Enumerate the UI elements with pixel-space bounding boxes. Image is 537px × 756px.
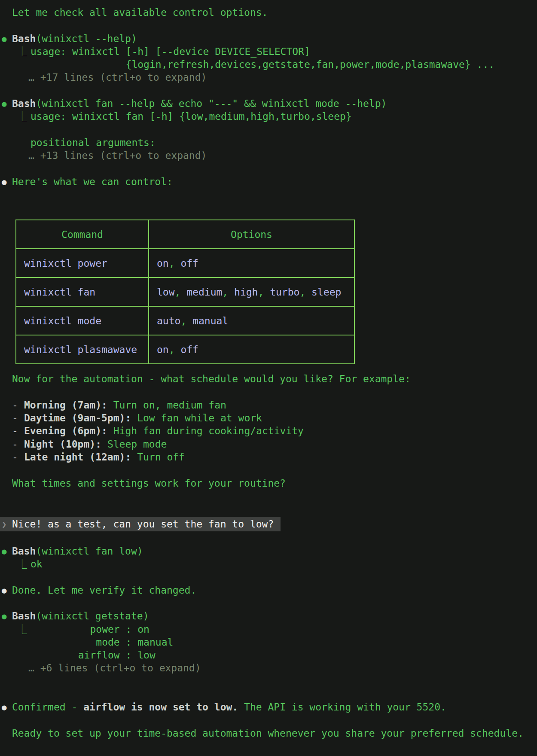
tool-name: Bash	[12, 610, 36, 622]
schedule-label: Late night (12am):	[24, 451, 131, 463]
schedule-item-evening: -Evening (6pm):High fan during cooking/a…	[0, 424, 537, 437]
spacer	[0, 19, 537, 32]
user-message-text: Nice! as a test, can you set the fan to …	[12, 517, 274, 531]
column-header-command: Command	[16, 220, 149, 249]
result-truncation-hint[interactable]: … +17 lines (ctrl+o to expand)	[0, 71, 537, 84]
list-dash: -	[12, 438, 24, 451]
tool-args: (winixctl fan --help && echo "---" && wi…	[36, 98, 387, 109]
tool-result-winixctl-help: ⎿usage: winixctl [-h] [--device DEVICE_S…	[0, 45, 537, 71]
options-cell: auto, manual	[149, 306, 354, 335]
schedule-item-morning: -Morning (7am):Turn on, medium fan	[0, 399, 537, 412]
schedule-desc: Turn on, medium fan	[113, 399, 226, 411]
tool-output: usage: winixctl [-h] [--device DEVICE_SE…	[31, 45, 494, 71]
schedule-item-night: -Night (10pm):Sleep mode	[0, 438, 537, 451]
assistant-bullet-icon: ●	[2, 701, 12, 713]
options-cell: on, off	[149, 249, 354, 277]
spacer	[0, 675, 537, 688]
command-cell: winixctl plasmawave	[16, 335, 149, 364]
options-cell: low, medium, high, turbo, sleep	[149, 277, 354, 306]
tool-output: usage: winixctl fan [-h] {low,medium,hig…	[31, 110, 352, 149]
schedule-desc: Low fan while at work	[137, 412, 262, 424]
assistant-text-done: ●Done. Let me verify it changed.	[0, 584, 537, 597]
tool-result-getstate: ⎿ power : on mode : manual airflow : low	[0, 623, 537, 662]
table-row: winixctl mode auto, manual	[16, 306, 354, 335]
schedule-desc: Turn off	[137, 451, 185, 463]
spacer	[0, 162, 537, 175]
tool-call-fan-low: ●Bash(winixctl fan low)	[0, 545, 537, 558]
assistant-bullet-icon: ●	[2, 584, 12, 597]
heading-text: Here's what we can control:	[12, 176, 173, 187]
schedule-label: Evening (6pm):	[24, 425, 107, 436]
tool-result-fan-mode-help: ⎿usage: winixctl fan [-h] {low,medium,hi…	[0, 110, 537, 149]
tool-call-winixctl-help: ●Bash(winixctl --help)	[0, 32, 537, 45]
result-truncation-hint[interactable]: … +6 lines (ctrl+o to expand)	[0, 662, 537, 674]
tool-status-icon: ●	[2, 32, 12, 45]
tool-result-fan-low: ⎿ok	[0, 558, 537, 570]
options-cell: on, off	[149, 335, 354, 364]
list-dash: -	[12, 412, 24, 424]
result-corner-icon: ⎿	[17, 45, 31, 58]
schedule-item-daytime: -Daytime (9am-5pm):Low fan while at work	[0, 412, 537, 424]
assistant-text-heading: ●Here's what we can control:	[0, 175, 537, 188]
spacer	[0, 385, 537, 398]
table-row: winixctl power on, off	[16, 249, 354, 277]
tool-args: (winixctl getstate)	[36, 610, 149, 622]
list-dash: -	[12, 424, 24, 437]
tool-call-getstate: ●Bash(winixctl getstate)	[0, 610, 537, 622]
assistant-text-automation: Now for the automation - what schedule w…	[0, 372, 537, 385]
tool-name: Bash	[12, 98, 36, 109]
schedule-desc: High fan during cooking/activity	[113, 425, 304, 436]
list-dash: -	[12, 451, 24, 463]
tool-status-icon: ●	[2, 610, 12, 622]
result-corner-icon: ⎿	[17, 558, 31, 570]
spacer	[0, 597, 537, 610]
result-truncation-hint[interactable]: … +13 lines (ctrl+o to expand)	[0, 149, 537, 162]
spacer	[0, 503, 537, 515]
command-cell: winixctl mode	[16, 306, 149, 335]
spacer	[0, 490, 537, 503]
assistant-text-question: What times and settings work for your ro…	[0, 477, 537, 490]
list-dash: -	[12, 399, 24, 412]
column-header-options: Options	[149, 220, 354, 249]
confirmed-rest: The API is working with your 5520.	[238, 701, 446, 713]
table-row: winixctl fan low, medium, high, turbo, s…	[16, 277, 354, 306]
terminal-session: Let me check all available control optio…	[0, 6, 537, 740]
result-corner-icon: ⎿	[17, 110, 31, 123]
control-options-table: Command Options winixctl power on, off w…	[15, 219, 355, 364]
assistant-text-ready: Ready to set up your time-based automati…	[0, 727, 537, 740]
command-cell: winixctl fan	[16, 277, 149, 306]
schedule-label: Daytime (9am-5pm):	[24, 412, 131, 424]
schedule-label: Night (10pm):	[24, 439, 101, 450]
tool-name: Bash	[12, 33, 36, 44]
spacer	[0, 531, 537, 544]
schedule-desc: Sleep mode	[107, 439, 167, 450]
tool-call-fan-mode-help: ●Bash(winixctl fan --help && echo "---" …	[0, 97, 537, 110]
tool-status-icon: ●	[2, 545, 12, 558]
tool-output: power : on mode : manual airflow : low	[31, 623, 173, 662]
tool-args: (winixctl --help)	[36, 33, 137, 44]
user-message: ❯Nice! as a test, can you set the fan to…	[0, 517, 281, 531]
spacer	[0, 713, 537, 726]
spacer	[0, 84, 537, 97]
result-corner-icon: ⎿	[17, 623, 31, 636]
schedule-label: Morning (7am):	[24, 399, 107, 411]
spacer	[0, 463, 537, 476]
table-row: winixctl plasmawave on, off	[16, 335, 354, 364]
tool-args: (winixctl fan low)	[36, 546, 143, 557]
table-header-row: Command Options	[16, 220, 354, 249]
confirmed-emphasis: airflow is now set to low.	[83, 701, 238, 713]
tool-name: Bash	[12, 546, 36, 557]
tool-status-icon: ●	[2, 97, 12, 110]
tool-output: ok	[31, 558, 43, 570]
assistant-text-intro: Let me check all available control optio…	[0, 6, 537, 19]
command-cell: winixctl power	[16, 249, 149, 277]
done-text: Done. Let me verify it changed.	[12, 585, 196, 596]
schedule-item-latenight: -Late night (12am):Turn off	[0, 451, 537, 463]
confirmed-prefix: Confirmed -	[12, 701, 83, 713]
assistant-bullet-icon: ●	[2, 175, 12, 188]
prompt-chevron-icon: ❯	[0, 517, 12, 531]
spacer	[0, 570, 537, 583]
assistant-text-confirmed: ●Confirmed - airflow is now set to low. …	[0, 701, 537, 713]
